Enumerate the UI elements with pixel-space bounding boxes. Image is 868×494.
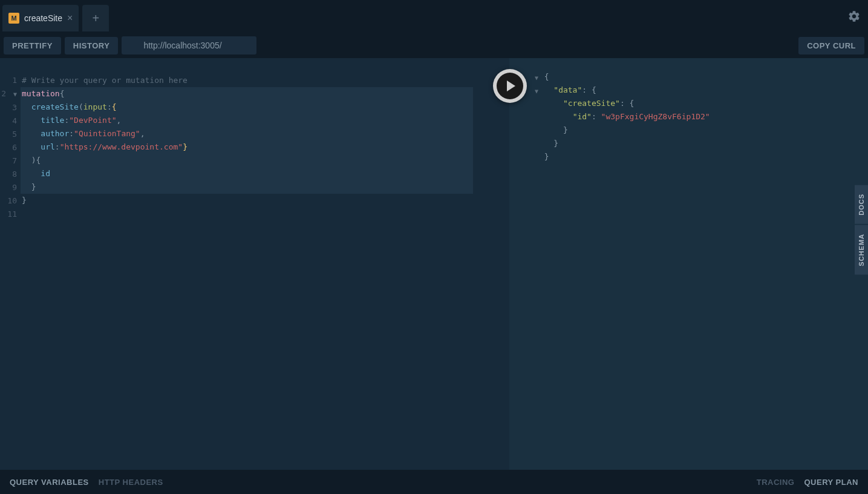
docs-tab[interactable]: DOCS xyxy=(855,185,868,224)
result-pane: ▼ ▼ { "data": { "createSite": { "id": "w… xyxy=(509,58,868,470)
close-icon[interactable]: × xyxy=(67,13,73,23)
line-numbers: 1 2 ▼ 3 4 5 6 7 8 9 10 11 xyxy=(0,74,22,221)
prettify-button[interactable]: PRETTIFY xyxy=(4,37,61,54)
endpoint-wrapper xyxy=(122,36,795,54)
editor-pane[interactable]: 1 2 ▼ 3 4 5 6 7 8 9 10 11 # Write your q… xyxy=(0,58,509,470)
gear-icon[interactable] xyxy=(847,10,861,25)
side-tabs: DOCS SCHEMA xyxy=(855,185,868,274)
tab-title: createSite xyxy=(24,13,62,23)
run-button[interactable] xyxy=(493,69,527,103)
toolbar: PRETTIFY HISTORY COPY CURL xyxy=(0,33,868,58)
query-variables-tab[interactable]: QUERY VARIABLES xyxy=(10,478,89,487)
bottom-bar: QUERY VARIABLES HTTP HEADERS TRACING QUE… xyxy=(0,470,868,494)
tabs-bar: M createSite × + xyxy=(0,0,868,33)
endpoint-input[interactable] xyxy=(122,36,256,54)
main-area: 1 2 ▼ 3 4 5 6 7 8 9 10 11 # Write your q… xyxy=(0,58,868,470)
play-icon xyxy=(507,81,515,91)
mutation-badge: M xyxy=(8,13,19,24)
schema-tab[interactable]: SCHEMA xyxy=(855,225,868,275)
tab-createsite[interactable]: M createSite × xyxy=(2,5,79,31)
tracing-tab[interactable]: TRACING xyxy=(757,478,795,487)
query-plan-tab[interactable]: QUERY PLAN xyxy=(804,478,858,487)
code-editor[interactable]: # Write your query or mutation here muta… xyxy=(22,74,509,221)
history-button[interactable]: HISTORY xyxy=(65,37,119,54)
copy-curl-button[interactable]: COPY CURL xyxy=(798,37,864,54)
http-headers-tab[interactable]: HTTP HEADERS xyxy=(99,478,163,487)
add-tab-button[interactable]: + xyxy=(82,5,109,31)
